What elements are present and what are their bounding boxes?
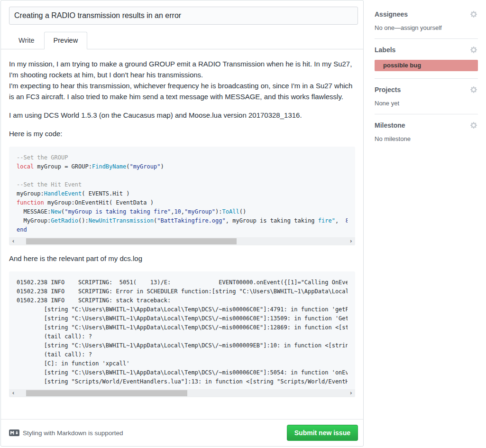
- milestone-heading: Milestone: [375, 121, 405, 129]
- gear-icon[interactable]: [470, 86, 478, 93]
- log-code-scrollbar[interactable]: ‹›: [9, 389, 355, 397]
- scrollbar-track[interactable]: [18, 237, 347, 245]
- tab-write[interactable]: Write: [9, 32, 44, 49]
- labels-heading: Labels: [375, 46, 395, 54]
- write-preview-tabs: WritePreview: [1, 32, 363, 49]
- projects-value: None yet: [375, 100, 478, 107]
- scrollbar-thumb[interactable]: [26, 390, 187, 396]
- lua-code-block: --Set the GROUPlocal myGroup = GROUP:Fin…: [9, 147, 355, 245]
- label-possible-bug[interactable]: possible bug: [375, 60, 478, 71]
- issue-preview-body: In my mission, I am trying to make a gro…: [1, 49, 363, 419]
- issue-form-footer: Styling with Markdown is supported Submi…: [1, 419, 363, 446]
- sidebar-section-projects: Projects None yet: [375, 86, 478, 114]
- log-code-block: 01502.238 INFO SCRIPTING: 5051( 13)/E: E…: [9, 271, 355, 397]
- scrollbar-thumb[interactable]: [26, 238, 237, 244]
- markdown-support-note: Styling with Markdown is supported: [9, 429, 123, 437]
- lua-code-scrollbar[interactable]: ‹›: [9, 237, 355, 245]
- sidebar-section-labels: Labels possible bug: [375, 46, 478, 79]
- gear-icon[interactable]: [470, 46, 478, 54]
- submit-new-issue-button[interactable]: Submit new issue: [287, 425, 358, 441]
- body-paragraph: And here is the relevant part of my dcs.…: [9, 253, 355, 264]
- projects-heading: Projects: [375, 86, 401, 93]
- assignees-value[interactable]: No one—assign yourself: [375, 24, 478, 31]
- issue-title-input[interactable]: [9, 7, 358, 25]
- assignees-heading: Assignees: [375, 10, 408, 18]
- gear-icon[interactable]: [470, 10, 478, 18]
- scroll-right-icon[interactable]: ›: [347, 389, 355, 397]
- scrollbar-track[interactable]: [18, 389, 347, 397]
- tab-preview[interactable]: Preview: [44, 32, 88, 49]
- scroll-right-icon[interactable]: ›: [347, 237, 355, 245]
- issue-sidebar: Assignees No one—assign yourself Labels …: [375, 0, 478, 157]
- scroll-left-icon[interactable]: ‹: [9, 237, 18, 245]
- gear-icon[interactable]: [470, 121, 478, 129]
- body-paragraph: In my mission, I am trying to make a gro…: [9, 58, 355, 102]
- lua-code-lines: --Set the GROUPlocal myGroup = GROUP:Fin…: [9, 147, 355, 237]
- issue-title-row: [1, 0, 363, 25]
- markdown-icon: [9, 429, 19, 436]
- milestone-value: No milestone: [375, 135, 478, 142]
- body-paragraph: Here is my code:: [9, 128, 355, 139]
- markdown-note-text: Styling with Markdown is supported: [23, 429, 123, 437]
- sidebar-section-assignees: Assignees No one—assign yourself: [375, 10, 478, 39]
- body-paragraph: I am using DCS World 1.5.3 (on the Cauca…: [9, 110, 355, 121]
- log-code-lines: 01502.238 INFO SCRIPTING: 5051( 13)/E: E…: [9, 271, 355, 389]
- sidebar-section-milestone: Milestone No milestone: [375, 121, 478, 149]
- scroll-left-icon[interactable]: ‹: [9, 389, 18, 397]
- issue-form-card: WritePreview In my mission, I am trying …: [0, 0, 364, 447]
- new-issue-page: WritePreview In my mission, I am trying …: [0, 0, 486, 448]
